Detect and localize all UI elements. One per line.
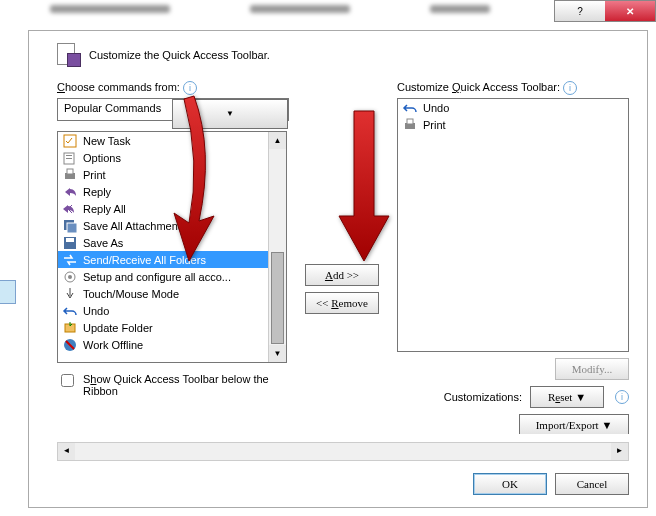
touch-icon [62,286,78,302]
reset-button[interactable]: Reset ▼ [530,386,604,408]
svg-rect-3 [66,158,72,159]
list-item-label: Undo [423,102,449,114]
list-item-label: Update Folder [83,322,153,334]
replyall-icon [62,201,78,217]
reply-icon [62,184,78,200]
sidebar-stub [0,280,16,304]
task-icon [62,133,78,149]
customize-qat-label: Customize Quick Access Toolbar:i [397,81,629,95]
commands-listbox[interactable]: New TaskOptionsPrintReplyReply AllSave A… [57,131,287,363]
list-item[interactable]: Save All Attachments... [58,217,286,234]
list-item[interactable]: Options [58,149,286,166]
scrollbar[interactable]: ▲▼ [268,132,286,362]
list-item[interactable]: Reply [58,183,286,200]
list-item[interactable]: Update Folder [58,319,286,336]
update-icon [62,320,78,336]
list-item[interactable]: Work Offline [58,336,286,353]
window-controls: ? ✕ [554,0,656,22]
horizontal-scrollbar[interactable]: ◄► [57,442,629,461]
options-icon [62,150,78,166]
list-item[interactable]: Touch/Mouse Mode▶ [58,285,286,302]
dialog-title: Customize the Quick Access Toolbar. [89,49,270,61]
svg-point-12 [68,275,72,279]
list-item-label: Work Offline [83,339,143,351]
print-icon [402,117,418,133]
add-button[interactable]: Add >> [305,264,379,286]
info-icon[interactable]: i [563,81,577,95]
svg-rect-7 [67,223,77,233]
saveall-icon [62,218,78,234]
show-below-ribbon-checkbox[interactable] [61,374,74,387]
undo-icon [402,100,418,116]
choose-commands-combo[interactable]: Popular Commands ▼ [57,98,289,121]
qat-listbox[interactable]: UndoPrint [397,98,629,352]
list-item-label: Reply All [83,203,126,215]
close-button[interactable]: ✕ [605,1,655,21]
remove-button[interactable]: << Remove [305,292,379,314]
list-item-label: Reply [83,186,111,198]
list-item-label: Print [423,119,446,131]
chevron-down-icon[interactable]: ▼ [172,99,288,129]
show-below-ribbon-label: Show Quick Access Toolbar below the Ribb… [83,373,287,397]
list-item[interactable]: Print [398,116,628,133]
modify-button[interactable]: Modify... [555,358,629,380]
cancel-button[interactable]: Cancel [555,473,629,495]
sendrecv-icon [62,252,78,268]
list-item[interactable]: Reply All [58,200,286,217]
list-item[interactable]: Save As [58,234,286,251]
offline-icon [62,337,78,353]
list-item[interactable]: Undo [398,99,628,116]
list-item-label: Save All Attachments... [83,220,196,232]
list-item[interactable]: Print [58,166,286,183]
svg-rect-5 [67,169,73,174]
customizations-label: Customizations: [444,391,522,403]
list-item-label: Undo [83,305,109,317]
info-icon[interactable]: i [615,390,629,404]
import-export-button[interactable]: Import/Export ▼ [519,414,629,434]
svg-rect-2 [66,155,72,156]
undo-icon [62,303,78,319]
info-icon[interactable]: i [183,81,197,95]
setup-icon [62,269,78,285]
customize-qat-icon [57,43,81,67]
svg-rect-9 [66,238,74,242]
list-item[interactable]: Send/Receive All Folders [58,251,286,268]
svg-rect-16 [407,119,413,124]
options-dialog: Customize the Quick Access Toolbar. Choo… [28,30,648,508]
print-icon [62,167,78,183]
list-item-label: Touch/Mouse Mode [83,288,179,300]
list-item[interactable]: Setup and configure all acco... [58,268,286,285]
list-item[interactable]: New Task [58,132,286,149]
list-item-label: Send/Receive All Folders [83,254,206,266]
list-item[interactable]: Undo [58,302,286,319]
list-item-label: Options [83,152,121,164]
list-item-label: Setup and configure all acco... [83,271,231,283]
list-item-label: New Task [83,135,130,147]
ok-button[interactable]: OK [473,473,547,495]
help-button[interactable]: ? [555,1,605,21]
combo-value: Popular Commands [58,99,172,120]
saveas-icon [62,235,78,251]
choose-commands-label: Choose commands from:i [57,81,287,95]
list-item-label: Save As [83,237,123,249]
list-item-label: Print [83,169,106,181]
